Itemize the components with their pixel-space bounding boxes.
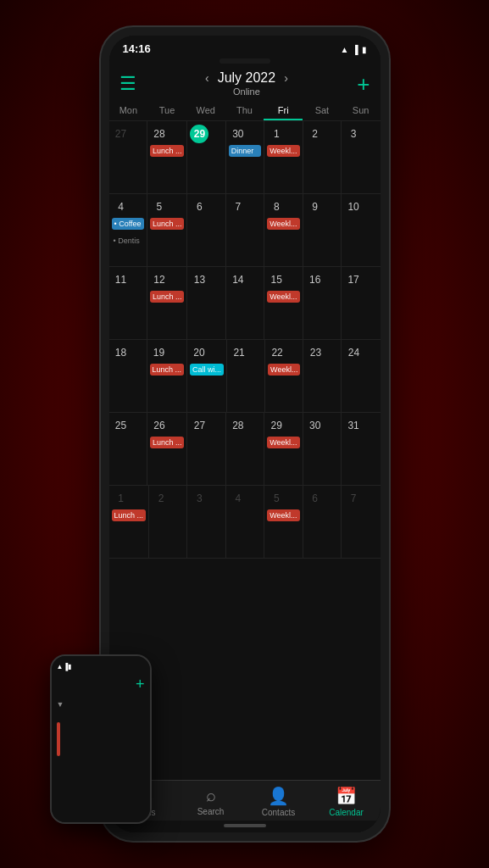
event-lunch[interactable]: Lunch ... [150, 218, 185, 230]
day-cell-4-aug[interactable]: 4 [226, 486, 264, 558]
day-cell-6-jul[interactable]: 6 [187, 194, 225, 266]
day-number: 10 [344, 198, 363, 216]
day-cell-14-jul[interactable]: 14 [226, 267, 264, 339]
day-number: 4 [112, 198, 131, 216]
day-cell-16-jul[interactable]: 16 [303, 267, 342, 339]
day-cell-22-jul[interactable]: 22 Weekl... [265, 340, 303, 412]
day-cell-9-jul[interactable]: 9 [303, 194, 342, 266]
day-number: 11 [112, 270, 131, 289]
day-number: 30 [229, 125, 247, 143]
day-number: 26 [150, 416, 169, 435]
day-cell-1-aug[interactable]: 1 Lunch ... [109, 486, 150, 558]
week-row-29: 18 19 Lunch ... 20 Call wi... 21 22 [109, 340, 381, 413]
day-cell-5-aug[interactable]: 5 Weekl... [264, 486, 303, 558]
secondary-phone: ▲▐▮ + ▼ [50, 654, 152, 824]
day-number: 5 [150, 198, 169, 216]
day-cell-8-jul[interactable]: 8 Weekl... [264, 194, 303, 266]
search-label: Search [197, 807, 225, 816]
event-dentist[interactable]: • Dentis [112, 236, 142, 246]
event-weekly[interactable]: Weekl... [268, 364, 300, 376]
day-cell-27-jun[interactable]: 27 [109, 121, 147, 193]
app-header: ☰ ‹ July 2022 › Online + [109, 65, 381, 102]
day-cell-1-jul[interactable]: 1 Weekl... [264, 121, 303, 193]
day-header-wed: Wed [186, 102, 225, 120]
day-number: 23 [306, 343, 325, 362]
hamburger-icon[interactable]: ☰ [119, 75, 136, 93]
day-cell-2-jul[interactable]: 2 [303, 121, 342, 193]
next-month-button[interactable]: › [284, 71, 288, 85]
small-add-btn[interactable]: + [57, 676, 145, 693]
day-cell-29-jun[interactable]: 29 [187, 121, 225, 193]
day-cell-24-jul[interactable]: 24 [342, 340, 380, 412]
day-header-sun: Sun [342, 102, 381, 120]
event-call[interactable]: Call wi... [190, 364, 224, 376]
day-cell-15-jul[interactable]: 15 Weekl... [264, 267, 303, 339]
day-cell-3-aug[interactable]: 3 [187, 486, 225, 558]
event-lunch[interactable]: Lunch ... [150, 437, 185, 448]
day-cell-23-jul[interactable]: 23 [303, 340, 342, 412]
add-event-button[interactable]: + [357, 73, 370, 95]
day-number: 13 [190, 270, 208, 289]
day-cell-29-jul[interactable]: 29 Weekl... [264, 413, 303, 485]
day-cell-6-aug[interactable]: 6 [303, 486, 342, 558]
day-cell-26-jul[interactable]: 26 Lunch ... [147, 413, 188, 485]
day-number: 4 [229, 489, 247, 508]
event-lunch[interactable]: Lunch ... [112, 509, 147, 521]
day-cell-4-jul[interactable]: 4 • Coffee • Dentis [109, 194, 147, 266]
nav-item-contacts[interactable]: 👤 Contacts [245, 786, 313, 817]
day-number: 14 [229, 270, 247, 289]
day-cell-30-jul[interactable]: 30 [303, 413, 342, 485]
day-cell-10-jul[interactable]: 10 [342, 194, 380, 266]
day-number: 1 [112, 489, 131, 508]
event-dinner[interactable]: Dinner [229, 145, 261, 157]
day-cell-28-jul[interactable]: 28 [226, 413, 264, 485]
day-number: 1 [267, 125, 286, 143]
day-number: 16 [306, 270, 325, 289]
event-weekly[interactable]: Weekl... [267, 291, 299, 303]
day-header-tue: Tue [147, 102, 186, 120]
day-cell-30-jun[interactable]: 30 Dinner [226, 121, 264, 193]
event-weekly[interactable]: Weekl... [267, 145, 299, 157]
day-cell-13-jul[interactable]: 13 [187, 267, 225, 339]
day-cell-27-jul[interactable]: 27 [187, 413, 225, 485]
day-cell-20-jul[interactable]: 20 Call wi... [187, 340, 227, 412]
day-number: 7 [344, 489, 363, 508]
day-cell-2-aug[interactable]: 2 [149, 486, 187, 558]
event-weekly[interactable]: Weekl... [267, 509, 299, 521]
day-number: 2 [152, 489, 170, 508]
calendar-icon: 📅 [336, 786, 357, 806]
day-cell-3-jul[interactable]: 3 [342, 121, 380, 193]
day-cell-11-jul[interactable]: 11 [109, 267, 147, 339]
day-cell-18-jul[interactable]: 18 [109, 340, 147, 412]
prev-month-button[interactable]: ‹ [205, 71, 209, 85]
day-number: 18 [112, 343, 131, 362]
day-cell-28-jun[interactable]: 28 Lunch ... [147, 121, 188, 193]
day-number: 27 [112, 125, 131, 143]
event-weekly[interactable]: Weekl... [267, 218, 299, 230]
day-cell-31-jul[interactable]: 31 [342, 413, 380, 485]
day-cell-7-aug[interactable]: 7 [342, 486, 380, 558]
day-cell-19-jul[interactable]: 19 Lunch ... [147, 340, 188, 412]
event-lunch-19[interactable]: Lunch ... [150, 364, 185, 376]
small-dropdown[interactable]: ▼ [57, 700, 145, 709]
day-cell-17-jul[interactable]: 17 [342, 267, 380, 339]
event-coffee[interactable]: • Coffee [112, 218, 144, 230]
nav-item-search[interactable]: ⌕ Search [177, 786, 245, 817]
day-number: 12 [150, 270, 169, 289]
day-number: 25 [112, 416, 131, 435]
day-cell-21-jul[interactable]: 21 [227, 340, 265, 412]
small-status-bar: ▲▐▮ [57, 663, 145, 670]
day-number: 29 [267, 416, 286, 435]
nav-item-calendar[interactable]: 📅 Calendar [313, 786, 381, 817]
day-number: 22 [268, 343, 286, 362]
day-cell-12-jul[interactable]: 12 Lunch ... [147, 267, 188, 339]
day-number: 31 [344, 416, 363, 435]
day-cell-25-jul[interactable]: 25 [109, 413, 147, 485]
event-weekly[interactable]: Weekl... [267, 437, 299, 448]
day-number: 7 [229, 198, 247, 216]
event-lunch[interactable]: Lunch ... [150, 145, 185, 157]
day-cell-7-jul[interactable]: 7 [226, 194, 264, 266]
home-indicator [109, 821, 381, 832]
event-lunch[interactable]: Lunch ... [150, 291, 185, 303]
day-cell-5-jul[interactable]: 5 Lunch ... [147, 194, 188, 266]
